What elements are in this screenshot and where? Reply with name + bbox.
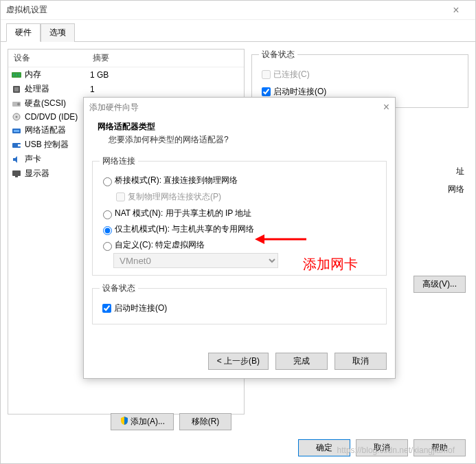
network-icon [11, 126, 22, 135]
wizard-heading: 网络适配器类型 [98, 121, 381, 133]
device-label: 网络适配器 [25, 124, 90, 136]
svg-rect-5 [14, 87, 19, 91]
device-list-buttons: 添加(A)... 移除(R) [111, 413, 231, 430]
memory-icon [11, 70, 22, 80]
tab-strip: 硬件 选项 [1, 20, 475, 42]
titlebar: 虚拟机设置 × [1, 1, 475, 20]
device-label: 内存 [25, 69, 90, 80]
window-title: 虚拟机设置 [6, 4, 47, 16]
svg-rect-14 [12, 170, 21, 176]
device-label: 处理器 [25, 83, 90, 95]
svg-rect-2 [16, 74, 17, 76]
cd-icon [11, 112, 22, 122]
add-hardware-button[interactable]: 添加(A)... [111, 413, 174, 430]
sound-icon [11, 155, 22, 164]
svg-rect-15 [15, 176, 18, 177]
bridge-label: 桥接模式(R): 直接连接到物理网络 [115, 175, 238, 186]
back-button[interactable]: < 上一步(B) [208, 353, 269, 370]
network-connection-group: 网络连接 桥接模式(R): 直接连接到物理网络 复制物理网络连接状态(P) NA… [92, 155, 387, 276]
svg-point-9 [16, 116, 18, 118]
device-label: CD/DVD (IDE) [25, 112, 90, 122]
finish-button[interactable]: 完成 [275, 353, 328, 370]
connected-row: 已连接(C) [259, 66, 461, 83]
bridge-copy-label: 复制物理网络连接状态(P) [128, 191, 221, 203]
wizard-device-status-group: 设备状态 启动时连接(O) [92, 283, 387, 324]
shield-icon [120, 416, 129, 426]
device-list-header: 设备 摘要 [8, 49, 244, 67]
advanced-button[interactable]: 高级(V)... [413, 276, 466, 293]
wizard-titlebar: 添加硬件向导 × [84, 98, 395, 117]
device-row-cpu[interactable]: 处理器 1 [8, 82, 244, 96]
disk-icon [11, 99, 22, 109]
custom-row[interactable]: 自定义(C): 特定虚拟网络 [100, 237, 379, 253]
ok-button[interactable]: 确定 [298, 439, 350, 456]
bridge-copy-checkbox [116, 192, 125, 201]
dialog-buttons: 确定 取消 帮助 [298, 439, 466, 456]
wizard-header: 网络适配器类型 您要添加何种类型的网络适配器? [84, 117, 395, 153]
svg-rect-3 [19, 74, 20, 76]
custom-vmnet-select: VMnet0 [113, 253, 278, 268]
col-device-header: 设备 [14, 52, 93, 64]
custom-radio[interactable] [103, 242, 112, 251]
connected-checkbox [262, 70, 271, 79]
close-icon[interactable]: × [442, 4, 470, 16]
wizard-title: 添加硬件向导 [89, 102, 139, 113]
wizard-device-status-legend: 设备状态 [100, 283, 138, 294]
tab-options[interactable]: 选项 [41, 23, 75, 42]
add-hardware-wizard: 添加硬件向导 × 网络适配器类型 您要添加何种类型的网络适配器? 网络连接 桥接… [83, 97, 396, 379]
nat-row[interactable]: NAT 模式(N): 用于共享主机的 IP 地址 [100, 206, 379, 221]
col-summary-header: 摘要 [93, 52, 238, 64]
svg-rect-13 [18, 144, 21, 146]
device-summary: 1 GB [90, 70, 109, 80]
hostonly-radio[interactable] [103, 226, 112, 235]
device-label: USB 控制器 [25, 139, 90, 151]
wizard-close-icon[interactable]: × [383, 101, 389, 113]
hostonly-label: 仅主机模式(H): 与主机共享的专用网络 [115, 223, 254, 235]
occluded-text-1: 址 [456, 166, 464, 177]
occluded-text-2: 网络 [448, 184, 464, 195]
vm-settings-window: 虚拟机设置 × 硬件 选项 设备 摘要 内存 1 GB 处理器 1 [0, 0, 476, 464]
svg-point-7 [17, 102, 20, 105]
wizard-subheading: 您要添加何种类型的网络适配器? [98, 133, 381, 146]
cancel-button[interactable]: 取消 [356, 439, 408, 456]
help-button[interactable]: 帮助 [413, 439, 466, 456]
device-summary: 1 [90, 85, 95, 94]
device-row-memory[interactable]: 内存 1 GB [8, 67, 244, 82]
nat-radio[interactable] [103, 210, 112, 219]
display-icon [11, 169, 22, 179]
custom-label: 自定义(C): 特定虚拟网络 [115, 239, 205, 251]
nat-label: NAT 模式(N): 用于共享主机的 IP 地址 [115, 208, 251, 219]
wizard-buttons: < 上一步(B) 完成 取消 [208, 353, 387, 370]
wizard-cancel-button[interactable]: 取消 [335, 353, 387, 370]
device-status-legend: 设备状态 [259, 49, 297, 60]
svg-rect-1 [13, 74, 14, 76]
remove-hardware-button[interactable]: 移除(R) [179, 413, 231, 430]
bridge-radio[interactable] [103, 177, 112, 186]
connect-on-power-label: 启动时连接(O) [273, 86, 326, 98]
bridge-row[interactable]: 桥接模式(R): 直接连接到物理网络 [100, 173, 379, 188]
connected-label: 已连接(C) [273, 69, 310, 80]
wizard-body: 网络连接 桥接模式(R): 直接连接到物理网络 复制物理网络连接状态(P) NA… [84, 153, 395, 334]
wizard-connect-on-power-row: 启动时连接(O) [100, 300, 379, 317]
svg-rect-11 [14, 130, 19, 132]
connect-on-power-checkbox[interactable] [262, 87, 271, 96]
device-label: 声卡 [25, 153, 90, 165]
right-buttons: 高级(V)... [413, 276, 466, 293]
wizard-connect-on-power-checkbox[interactable] [102, 304, 111, 313]
hostonly-row[interactable]: 仅主机模式(H): 与主机共享的专用网络 [100, 221, 379, 237]
bridge-copy-row: 复制物理网络连接状态(P) [113, 188, 379, 206]
wizard-connect-on-power-label: 启动时连接(O) [114, 302, 167, 314]
device-label: 硬盘(SCSI) [25, 98, 90, 109]
tab-hardware[interactable]: 硬件 [6, 23, 41, 42]
usb-icon [11, 140, 22, 150]
network-connection-legend: 网络连接 [100, 155, 138, 167]
device-label: 显示器 [25, 168, 90, 179]
cpu-icon [11, 85, 22, 94]
